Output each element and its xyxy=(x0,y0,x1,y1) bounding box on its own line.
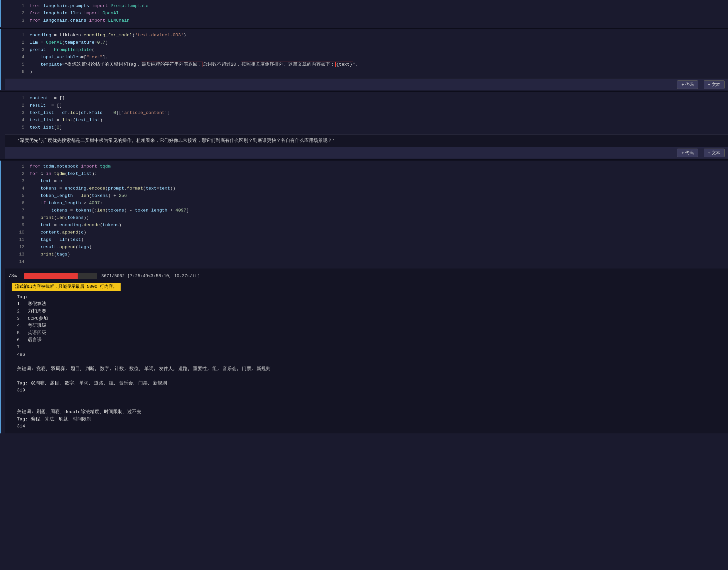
add-code-button-2[interactable]: + 代码 xyxy=(677,80,698,89)
progress-percentage: 73% xyxy=(8,273,20,280)
code-line: from langchain.prompts import PromptTemp… xyxy=(30,3,725,9)
progress-fill xyxy=(24,273,78,279)
code-line: from tqdm.notebook import tqdm xyxy=(30,163,725,170)
line-3-2: 2 result = [] xyxy=(15,102,728,109)
code-line: text = encoding.decode(tokens) xyxy=(30,222,725,229)
line-number: 11 xyxy=(15,237,24,243)
line-number: 1 xyxy=(15,3,24,9)
code-area-1: 1 from langchain.prompts import PromptTe… xyxy=(5,0,728,27)
code-line: prompt = PromptTemplate( xyxy=(30,47,725,53)
toolbar-2: + 代码 + 文本 xyxy=(5,79,728,90)
code-line: tags = llm(text) xyxy=(30,237,725,243)
code-line: text_list = list(text_list) xyxy=(30,117,725,123)
line-number: 12 xyxy=(15,244,24,251)
line-5-7: 7 tokens = tokens[:len(tokens) - token_l… xyxy=(15,207,728,215)
line-1-2: 2 from langchain.llms import OpenAI xyxy=(15,10,728,17)
code-line: tokens = tokens[:len(tokens) - token_len… xyxy=(30,207,725,214)
code-line: text = c xyxy=(30,178,725,185)
code-area-2: 1 encoding = tiktoken.encoding_for_model… xyxy=(5,29,728,79)
line-2-5: 5 template="提炼这篇讨论帖子的关键词和Tag，最后纯粹的字符串列表返… xyxy=(15,61,728,69)
line-number: 3 xyxy=(15,47,24,53)
cell-3: 1 content = [] 2 result = [] 3 text_list… xyxy=(0,92,728,159)
line-number: 1 xyxy=(15,95,24,101)
line-3-4: 4 text_list = list(text_list) xyxy=(15,117,728,124)
output-area-3: '深度优先与广度优先搜索都是二叉树中极为常见的操作。粗粗看来，它们好像非常接近，… xyxy=(5,134,728,147)
line-5-12: 12 result.append(tags) xyxy=(15,244,728,251)
code-line: from langchain.llms import OpenAI xyxy=(30,10,725,17)
toolbar-3: + 代码 + 文本 xyxy=(5,147,728,159)
line-number: 3 xyxy=(15,178,24,185)
code-line: tokens = encoding.encode(prompt.format(t… xyxy=(30,185,725,192)
cell-1: 1 from langchain.prompts import PromptTe… xyxy=(0,0,728,27)
cell-5: 1 from tqdm.notebook import tqdm 2 for c… xyxy=(0,161,728,434)
progress-track xyxy=(24,273,97,279)
line-number: 2 xyxy=(15,39,24,46)
progress-stats: 3671/5062 [7:25:49<3:58:10, 10.27s/it] xyxy=(101,273,200,280)
line-5-6: 6 if token_length > 4097: xyxy=(15,200,728,207)
line-number: 6 xyxy=(15,200,24,207)
line-number: 2 xyxy=(15,171,24,177)
line-number: 1 xyxy=(15,32,24,39)
line-number: 8 xyxy=(15,215,24,221)
line-number: 4 xyxy=(15,117,24,123)
line-1-1: 1 from langchain.prompts import PromptTe… xyxy=(15,3,728,10)
line-number: 4 xyxy=(15,185,24,192)
line-number: 4 xyxy=(15,54,24,61)
add-text-button-2[interactable]: + 文本 xyxy=(704,80,725,89)
line-3-3: 3 text_list = df.loc[df.kfold == 0]['art… xyxy=(15,109,728,117)
add-text-button-3[interactable]: + 文本 xyxy=(704,149,725,157)
code-line: content.append(c) xyxy=(30,229,725,236)
output-section-5: 73% 3671/5062 [7:25:49<3:58:10, 10.27s/i… xyxy=(5,269,728,434)
line-2-1: 1 encoding = tiktoken.encoding_for_model… xyxy=(15,32,728,39)
code-line: token_length = len(tokens) + 256 xyxy=(30,193,725,199)
code-line: template="提炼这篇讨论帖子的关键词和Tag，最后纯粹的字符串列表返回，… xyxy=(30,61,725,68)
warning-container: 流式输出内容被截断，只能显示最后 5000 行内容。 xyxy=(5,282,728,292)
line-2-2: 2 llm = OpenAI(temperature=0.7) xyxy=(15,39,728,47)
line-5-2: 2 for c in tqdm(text_list): xyxy=(15,171,728,178)
line-number: 10 xyxy=(15,229,24,236)
line-number: 5 xyxy=(15,124,24,131)
line-2-6: 6 ) xyxy=(15,69,728,76)
code-line xyxy=(30,259,725,265)
line-number: 1 xyxy=(15,163,24,170)
code-line: result = [] xyxy=(30,102,725,109)
line-2-4: 4 input_variables=["text"], xyxy=(15,54,728,61)
cell-2: 1 encoding = tiktoken.encoding_for_model… xyxy=(0,29,728,90)
code-line: print(tags) xyxy=(30,251,725,258)
code-line: text_list[0] xyxy=(30,124,725,131)
warning-text: 流式输出内容被截断，只能显示最后 5000 行内容。 xyxy=(12,283,120,291)
line-number: 3 xyxy=(15,17,24,24)
code-line: encoding = tiktoken.encoding_for_model('… xyxy=(30,32,725,39)
code-line: result.append(tags) xyxy=(30,244,725,251)
line-number: 5 xyxy=(15,193,24,199)
line-3-5: 5 text_list[0] xyxy=(15,124,728,131)
code-area-3: 1 content = [] 2 result = [] 3 text_list… xyxy=(5,92,728,134)
code-line: content = [] xyxy=(30,95,725,101)
code-area-5: 1 from tqdm.notebook import tqdm 2 for c… xyxy=(5,161,728,269)
line-5-5: 5 token_length = len(tokens) + 256 xyxy=(15,193,728,200)
output-text-3: '深度优先与广度优先搜索都是二叉树中极为常见的操作。粗粗看来，它们好像非常接近，… xyxy=(17,138,335,143)
code-line: for c in tqdm(text_list): xyxy=(30,171,725,177)
line-5-4: 4 tokens = encoding.encode(prompt.format… xyxy=(15,185,728,193)
line-5-10: 10 content.append(c) xyxy=(15,229,728,237)
code-line: from langchain.chains import LLMChain xyxy=(30,17,725,24)
line-5-13: 13 print(tags) xyxy=(15,251,728,259)
line-number: 7 xyxy=(15,207,24,214)
line-number: 9 xyxy=(15,222,24,229)
line-5-14: 14 xyxy=(15,259,728,266)
line-5-8: 8 print(len(tokens)) xyxy=(15,215,728,222)
line-number: 5 xyxy=(15,61,24,68)
line-5-9: 9 text = encoding.decode(tokens) xyxy=(15,222,728,229)
line-2-3: 3 prompt = PromptTemplate( xyxy=(15,47,728,54)
line-3-1: 1 content = [] xyxy=(15,95,728,102)
line-number: 2 xyxy=(15,102,24,109)
code-line: input_variables=["text"], xyxy=(30,54,725,61)
code-line: text_list = df.loc[df.kfold == 0]['artic… xyxy=(30,109,725,116)
add-code-button-3[interactable]: + 代码 xyxy=(677,149,698,157)
line-5-3: 3 text = c xyxy=(15,178,728,185)
output-text-5: Tag: 1. 寒假算法 2. 力扣周赛 3. CCPC参加 4. 考研班级 5… xyxy=(5,292,728,432)
line-number: 3 xyxy=(15,109,24,116)
line-number: 13 xyxy=(15,251,24,258)
line-5-11: 11 tags = llm(text) xyxy=(15,237,728,244)
line-number: 2 xyxy=(15,10,24,17)
